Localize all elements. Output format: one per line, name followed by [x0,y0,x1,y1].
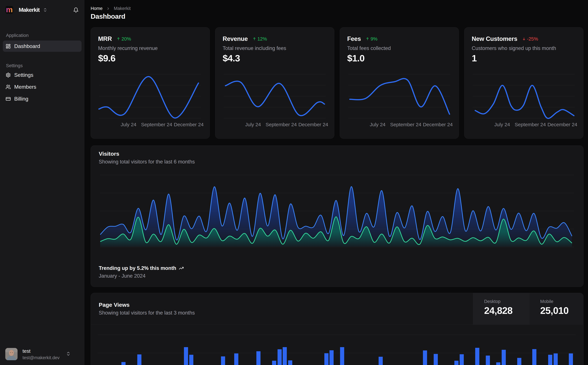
svg-text:m: m [6,6,13,14]
